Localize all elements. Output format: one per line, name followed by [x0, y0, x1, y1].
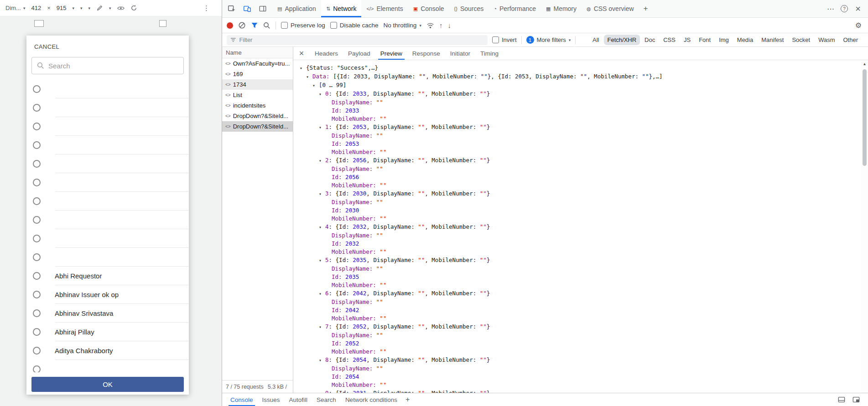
item-mobilenumber-line[interactable]: MobileNumber: "" [293, 381, 868, 389]
viewport-height-value[interactable]: 915 [57, 5, 67, 11]
rotate-icon[interactable] [130, 5, 137, 11]
item-displayname-line[interactable]: DisplayName: "" [293, 331, 868, 339]
viewport-width-value[interactable]: 412 [31, 5, 41, 11]
details-tab[interactable]: Headers [310, 47, 343, 60]
devtools-tab[interactable]: {} Sources [449, 0, 489, 17]
disclosure-triangle-icon[interactable]: ▾ [319, 90, 325, 98]
item-header-line[interactable]: ▾0: {Id: 2033, DisplayName: "", MobileNu… [293, 90, 868, 98]
pen-icon[interactable] [96, 5, 103, 11]
inspect-element-icon[interactable] [225, 2, 239, 15]
item-displayname-line[interactable]: DisplayName: "" [293, 265, 868, 273]
radio-icon[interactable] [33, 104, 41, 112]
item-header-line[interactable]: ▾7: {Id: 2052, DisplayName: "", MobileNu… [293, 323, 868, 331]
devtools-tab[interactable]: </> Elements [361, 0, 408, 17]
item-id-line[interactable]: Id: 2056 [293, 173, 868, 181]
item-id-line[interactable]: Id: 2052 [293, 339, 868, 348]
request-type-pill[interactable]: JS [680, 35, 694, 45]
filter-input[interactable] [239, 36, 484, 43]
disclosure-triangle-icon[interactable]: ▾ [319, 390, 325, 393]
checkbox-icon[interactable] [281, 22, 288, 29]
chevron-down-icon[interactable]: ▾ [88, 6, 91, 10]
item-displayname-line[interactable]: DisplayName: "" [293, 231, 868, 240]
devtools-tab[interactable]: ⇅ Network [321, 0, 362, 17]
request-type-pill[interactable]: Socket [788, 35, 814, 45]
details-tab[interactable]: Payload [343, 47, 375, 60]
item-mobilenumber-line[interactable]: MobileNumber: "" [293, 181, 868, 190]
request-row[interactable]: <> 169 [222, 69, 293, 79]
item-mobilenumber-line[interactable]: MobileNumber: "" [293, 115, 868, 123]
item-header-line[interactable]: ▾3: {Id: 2030, DisplayName: "", MobileNu… [293, 190, 868, 198]
preview-scrollbar[interactable]: ▲ [861, 60, 868, 393]
help-icon[interactable]: ? [838, 2, 851, 15]
item-displayname-line[interactable]: DisplayName: "" [293, 365, 868, 373]
drawer-tab[interactable]: Autofill [285, 393, 312, 406]
clear-network-log-icon[interactable] [238, 21, 246, 29]
item-id-line[interactable]: Id: 2032 [293, 240, 868, 248]
request-type-pill[interactable]: All [589, 35, 603, 45]
request-type-pill[interactable]: Fetch/XHR [604, 35, 640, 45]
disclosure-triangle-icon[interactable]: ▾ [319, 356, 325, 365]
request-type-pill[interactable]: Wasm [815, 35, 838, 45]
ok-button[interactable]: OK [31, 377, 184, 392]
json-root-line[interactable]: ▾{Status: "Success",…} [293, 64, 868, 72]
drawer-tab[interactable]: Console [226, 393, 258, 406]
export-har-icon[interactable]: ↓ [447, 21, 451, 29]
person-row-empty[interactable] [26, 154, 189, 173]
disclosure-triangle-icon[interactable]: ▾ [306, 73, 312, 81]
radio-icon[interactable] [33, 197, 41, 205]
disclosure-triangle-icon[interactable]: ▾ [319, 123, 325, 132]
person-row-empty[interactable] [26, 80, 189, 98]
checkbox-icon[interactable] [330, 22, 337, 29]
item-header-line[interactable]: ▾2: {Id: 2056, DisplayName: "", MobileNu… [293, 156, 868, 165]
checkbox-icon[interactable] [492, 36, 499, 43]
request-type-pill[interactable]: Media [733, 35, 757, 45]
dock-side-icon[interactable] [256, 2, 270, 15]
item-mobilenumber-line[interactable]: MobileNumber: "" [293, 148, 868, 156]
person-row[interactable]: Aditya Chakraborty [26, 341, 189, 360]
radio-icon[interactable] [33, 216, 41, 224]
person-row-empty[interactable] [26, 98, 189, 117]
radio-icon[interactable] [33, 123, 41, 130]
radio-icon[interactable] [33, 160, 41, 168]
drawer-add-tab-button[interactable]: + [402, 396, 413, 404]
more-options-icon[interactable]: ⋯ [824, 2, 837, 15]
item-id-line[interactable]: Id: 2035 [293, 273, 868, 281]
request-type-pill[interactable]: CSS [660, 35, 679, 45]
import-har-icon[interactable]: ↑ [439, 21, 443, 29]
chevron-down-icon[interactable]: ▾ [72, 6, 74, 10]
filter-icon[interactable] [251, 22, 258, 29]
radio-icon[interactable] [33, 291, 41, 298]
disclosure-triangle-icon[interactable]: ▾ [319, 323, 325, 331]
modal-search-box[interactable] [31, 57, 184, 74]
item-id-line[interactable]: Id: 2030 [293, 206, 868, 215]
request-type-pill[interactable]: Manifest [758, 35, 787, 45]
invert-checkbox[interactable]: Invert [492, 36, 517, 43]
disclosure-triangle-icon[interactable]: ▾ [300, 64, 306, 72]
devtools-tab[interactable]: ▤ Application [272, 0, 321, 17]
radio-icon[interactable] [33, 85, 41, 93]
request-type-pill[interactable]: Doc [641, 35, 659, 45]
item-header-line[interactable]: ▾6: {Id: 2042, DisplayName: "", MobileNu… [293, 289, 868, 298]
item-mobilenumber-line[interactable]: MobileNumber: "" [293, 314, 868, 323]
scrollbar-thumb[interactable] [863, 69, 867, 166]
details-tab[interactable]: Timing [475, 47, 504, 60]
expand-drawer-icon[interactable] [852, 396, 860, 403]
drawer-tab[interactable]: Search [312, 393, 341, 406]
person-row[interactable]: Abhinav Srivastava [26, 304, 189, 323]
chevron-down-icon[interactable]: ▾ [80, 6, 83, 10]
radio-icon[interactable] [33, 365, 41, 372]
close-devtools-icon[interactable]: × [852, 2, 864, 15]
item-mobilenumber-line[interactable]: MobileNumber: "" [293, 281, 868, 289]
item-displayname-line[interactable]: DisplayName: "" [293, 198, 868, 206]
more-filters-dropdown[interactable]: 1 More filters ▾ [526, 36, 571, 44]
person-row[interactable]: Abhinav Issuer ok op [26, 285, 189, 304]
radio-icon[interactable] [33, 179, 41, 186]
item-displayname-line[interactable]: DisplayName: "" [293, 132, 868, 140]
item-mobilenumber-line[interactable]: MobileNumber: "" [293, 248, 868, 256]
item-displayname-line[interactable]: DisplayName: "" [293, 98, 868, 107]
filter-input-box[interactable] [227, 35, 488, 45]
radio-icon[interactable] [33, 235, 41, 242]
close-details-icon[interactable]: × [293, 49, 310, 58]
devtools-tab[interactable]: ▣ Console [408, 0, 449, 17]
disable-cache-checkbox[interactable]: Disable cache [330, 22, 379, 29]
